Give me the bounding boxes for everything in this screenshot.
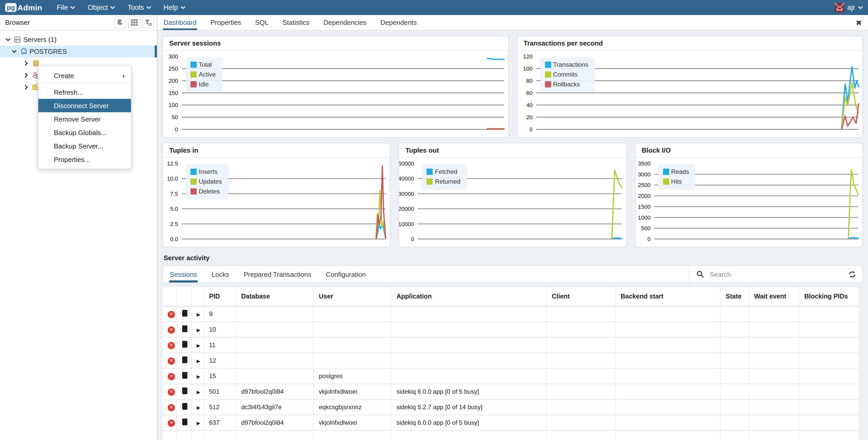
activity-tab[interactable]: Sessions xyxy=(169,266,198,282)
client-cell xyxy=(547,322,615,338)
terminate-session-button[interactable] xyxy=(182,418,187,425)
terminate-session-button[interactable] xyxy=(182,372,187,379)
context-menu-item[interactable]: Disconnect Server › xyxy=(38,99,131,112)
svg-text:20: 20 xyxy=(526,114,532,121)
close-panel-button[interactable]: ✖ xyxy=(849,15,868,31)
cancel-query-button[interactable]: ✕ xyxy=(168,342,175,349)
terminate-session-button[interactable] xyxy=(182,310,187,317)
main-tab[interactable]: Statistics xyxy=(282,15,310,30)
search-input[interactable] xyxy=(709,270,843,279)
context-menu-item[interactable]: Backup Server... › xyxy=(38,139,131,153)
main-tab[interactable]: Dashboard xyxy=(163,15,197,30)
activity-tab[interactable]: Configuration xyxy=(325,266,367,282)
context-menu-item[interactable]: Backup Globals... › xyxy=(38,126,131,139)
main-tab[interactable]: Properties xyxy=(210,15,242,30)
menu-item[interactable]: Tools xyxy=(128,4,151,11)
legend-item: Inserts xyxy=(190,168,222,176)
cancel-query-button[interactable]: ✕ xyxy=(168,419,175,427)
terminate-session-button[interactable] xyxy=(182,387,187,394)
block-io-chart: 3500300025002000150010005000ReadsHits xyxy=(636,158,862,247)
terminate-session-button[interactable] xyxy=(182,356,187,363)
main-tab-label: Statistics xyxy=(283,19,310,26)
cancel-query-button[interactable]: ✕ xyxy=(168,311,175,318)
legend-label: Transactions xyxy=(553,61,589,68)
server-activity-tab-bar: Sessions Locks Prepared Transactions xyxy=(162,265,863,283)
block-io-card: Block I/O 3500300025002000150010005000Re… xyxy=(635,143,863,247)
expand-row-button[interactable]: ▶ xyxy=(197,327,200,333)
legend-swatch xyxy=(663,179,669,185)
tree-item-servers[interactable]: Servers (1) xyxy=(0,34,157,45)
pid-cell: 15 xyxy=(204,369,236,384)
main-tab[interactable]: SQL xyxy=(255,15,269,30)
main-tab[interactable]: Dependencies xyxy=(323,15,367,30)
header-terminate-col xyxy=(177,287,191,307)
menu-item[interactable]: Help xyxy=(163,4,185,11)
cancel-query-button[interactable]: ✕ xyxy=(168,388,175,396)
cancel-query-button[interactable]: ✕ xyxy=(168,404,175,411)
chevron-down-icon[interactable] xyxy=(4,38,11,41)
svg-text:7.5: 7.5 xyxy=(170,191,178,197)
chevron-right-icon[interactable] xyxy=(23,85,30,90)
expand-row-button[interactable]: ▶ xyxy=(197,358,200,364)
wait-event-cell xyxy=(749,415,799,431)
expand-row-button[interactable]: ▶ xyxy=(197,405,200,410)
user-menu[interactable]: ajr xyxy=(835,3,863,12)
state-cell xyxy=(720,353,749,369)
svg-text:10.0: 10.0 xyxy=(167,176,178,182)
svg-text:10000: 10000 xyxy=(399,221,414,227)
filter-button[interactable] xyxy=(142,17,154,28)
cancel-query-button[interactable]: ✕ xyxy=(168,357,175,365)
terminate-session-button[interactable] xyxy=(182,403,187,410)
svg-text:0: 0 xyxy=(529,126,532,133)
blocking-pids-cell xyxy=(799,431,859,440)
terminate-session-button[interactable] xyxy=(182,341,187,348)
tree-label-server-name: POSTGRES xyxy=(30,48,67,55)
user-cell xyxy=(314,353,391,369)
tree-label-servers: Servers (1) xyxy=(23,36,57,43)
pgadmin-logo: pg Admin xyxy=(5,3,42,12)
context-menu-item-label: Backup Globals... xyxy=(54,129,106,136)
object-explorer-button[interactable] xyxy=(114,17,126,28)
chevron-down-icon xyxy=(858,6,863,9)
application-cell: sidekiq 6.0.0 app [0 of 5 busy] xyxy=(391,384,547,400)
chevron-right-icon[interactable] xyxy=(23,73,30,77)
legend-label: Total xyxy=(199,61,212,68)
pid-cell: 637 xyxy=(204,415,236,431)
table-header-row: PID Database User Application Client xyxy=(162,287,859,307)
refresh-button[interactable] xyxy=(847,269,857,279)
logo-admin-text: Admin xyxy=(18,3,42,12)
legend-label: Commits xyxy=(553,71,578,78)
cancel-query-button[interactable]: ✕ xyxy=(168,326,175,334)
grid-view-button[interactable] xyxy=(128,17,140,28)
chart-title: Tuples in xyxy=(163,143,390,158)
activity-tab[interactable]: Locks xyxy=(211,266,230,282)
context-menu-item[interactable]: Create › xyxy=(38,68,131,83)
wait-event-cell xyxy=(749,307,799,322)
context-menu-item[interactable]: Refresh... › xyxy=(38,85,131,99)
application-cell xyxy=(391,322,547,338)
context-menu-item[interactable]: Remove Server › xyxy=(38,112,131,126)
expand-row-button[interactable]: ▶ xyxy=(197,389,200,395)
main-tab[interactable]: Dependents xyxy=(380,15,417,30)
expand-row-button[interactable]: ▶ xyxy=(197,343,200,348)
terminate-session-button[interactable] xyxy=(182,325,187,332)
context-menu-item[interactable]: Properties... › xyxy=(38,153,131,166)
activity-tab[interactable]: Prepared Transactions xyxy=(243,266,312,282)
svg-text:3000: 3000 xyxy=(638,171,650,178)
tree-item-postgres-server[interactable]: POSTGRES xyxy=(0,45,157,57)
expand-row-button[interactable]: ▶ xyxy=(197,420,200,426)
legend-swatch xyxy=(190,71,197,77)
expand-row-button[interactable]: ▶ xyxy=(197,312,200,317)
client-cell xyxy=(547,353,615,369)
main-tab-label: SQL xyxy=(255,19,269,26)
client-cell xyxy=(547,369,615,384)
chevron-down-icon[interactable] xyxy=(10,50,18,53)
wait-event-cell xyxy=(749,322,799,338)
database-cell: dc3t4f143gil7e xyxy=(236,400,314,415)
cancel-query-button[interactable]: ✕ xyxy=(168,373,175,380)
menu-item[interactable]: Object xyxy=(88,4,115,11)
expand-row-button[interactable]: ▶ xyxy=(197,374,200,379)
menu-item[interactable]: File xyxy=(57,4,75,11)
chevron-right-icon[interactable] xyxy=(23,61,30,66)
chart-legend: FetchedReturned xyxy=(422,164,467,189)
